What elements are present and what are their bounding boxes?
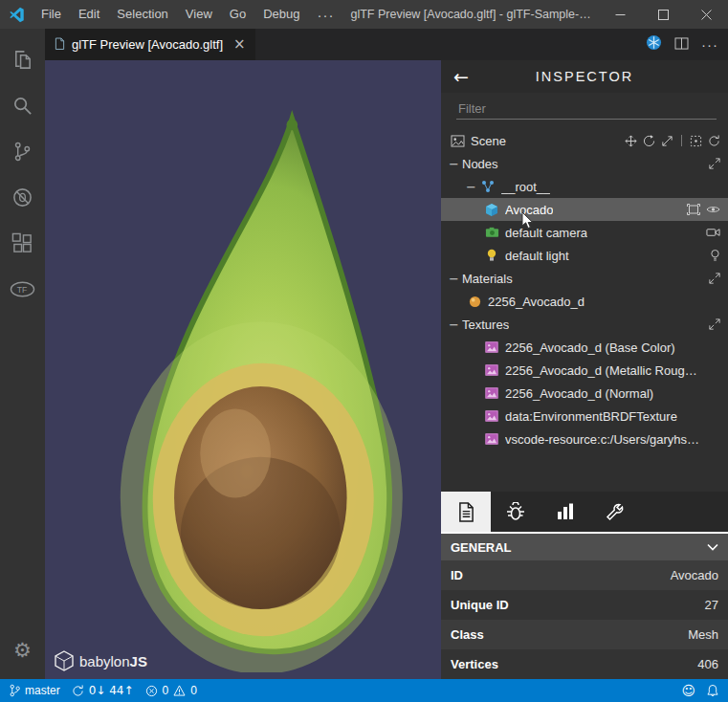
tree-label: Scene [471,134,506,148]
light-node-icon [483,249,500,262]
window-title: glTF Preview [Avocado.gltf] - glTF-Sampl… [342,8,599,21]
feedback-smiley-icon[interactable]: ☺ [681,683,695,698]
tree-row-material-avocado[interactable]: 2256_Avocado_d [441,290,728,313]
tree-label: default light [505,249,569,263]
collapse-icon[interactable]: − [466,180,479,194]
bar-chart-icon [556,503,575,520]
filter-input[interactable] [456,99,717,120]
git-branch-item[interactable]: master [10,684,60,697]
tree-row-texture-normal[interactable]: 2256_Avocado_d (Normal) [441,382,728,405]
tree-label: 2256_Avocado_d (Metallic Roug… [505,363,697,378]
rotate-gizmo-icon[interactable] [643,135,655,147]
git-sync-item[interactable]: 0↓ 44↑ [72,684,134,697]
statistics-tab[interactable] [540,492,590,532]
mesh-cube-icon [483,203,500,217]
notifications-bell-icon[interactable] [707,684,718,697]
tree-row-texture-vscode-resource[interactable]: vscode-resource:c:/Users/garyhs… [441,428,728,450]
tab-label: glTF Preview [Avocado.gltf] [72,37,223,52]
maximize-button[interactable] [642,0,685,29]
menu-debug[interactable]: Debug [254,0,308,29]
expand-all-icon[interactable] [709,273,720,284]
picker-icon[interactable] [690,135,702,147]
error-icon [145,685,158,697]
menu-selection[interactable]: Selection [108,0,176,29]
tree-row-textures[interactable]: − Textures [441,313,728,336]
texture-icon [483,387,500,399]
general-section-header[interactable]: GENERAL [441,534,728,560]
inspector-title: INSPECTOR [481,69,688,84]
gltf-preview-viewport[interactable]: babylonJS [45,60,441,679]
close-button[interactable] [685,0,728,29]
video-camera-icon[interactable] [706,228,720,237]
inspector-header: ← INSPECTOR [441,60,728,93]
tree-row-texture-metallic[interactable]: 2256_Avocado_d (Metallic Roug… [441,359,728,382]
branch-name: master [25,684,60,697]
property-label: Unique ID [451,598,509,612]
expand-all-icon[interactable] [709,318,720,330]
tools-tab[interactable] [590,492,640,532]
wrench-icon [606,502,625,521]
menu-overflow[interactable]: ··· [308,8,342,22]
inspector-pane-tabs [441,492,728,534]
properties-tab[interactable] [441,492,491,532]
search-icon[interactable] [0,82,45,128]
bounding-box-icon[interactable] [687,204,700,215]
property-label: Class [451,627,484,642]
tree-row-default-camera[interactable]: default camera [441,221,728,244]
warning-icon [173,685,186,696]
babylon-inspector-toggle-icon[interactable] [646,34,662,55]
tree-label: Materials [462,272,513,286]
refresh-icon[interactable] [708,135,720,147]
scale-gizmo-icon[interactable] [661,135,673,147]
tree-row-nodes[interactable]: − Nodes [441,152,728,175]
collapse-icon[interactable]: − [449,157,462,171]
property-row-class: Class Mesh [441,620,728,649]
tree-row-texture-base-color[interactable]: 2256_Avocado_d (Base Color) [441,336,728,359]
extensions-icon[interactable] [0,220,45,266]
tree-row-scene[interactable]: Scene [441,129,728,152]
explorer-icon[interactable] [0,36,45,82]
property-row-id: ID Avocado [441,560,728,590]
menu-file[interactable]: File [33,0,70,29]
minimize-button[interactable] [599,0,642,29]
texture-icon [483,364,500,376]
tree-row-texture-brdf[interactable]: data:EnvironmentBRDFTexture [441,405,728,428]
collapse-icon[interactable]: − [449,272,462,286]
tree-row-avocado[interactable]: Avocado [441,198,728,221]
collapse-icon[interactable]: − [449,318,462,332]
source-control-icon[interactable] [0,128,45,174]
title-bar: File Edit Selection View Go Debug ··· gl… [0,0,728,29]
gltf-tools-icon[interactable]: TF [0,266,45,312]
expand-all-icon[interactable] [709,158,720,169]
babylon-logo-text: babylonJS [79,653,147,669]
toolbar-separator [681,135,682,146]
tree-label: __root__ [501,180,550,194]
tab-close-icon[interactable]: × [233,37,246,52]
settings-gear-icon[interactable]: ⚙ [0,627,45,673]
status-bar: master 0↓ 44↑ 0 0 ☺ [0,679,728,702]
tree-row-materials[interactable]: − Materials [441,267,728,290]
tab-gltf-preview[interactable]: glTF Preview [Avocado.gltf] × [45,29,255,60]
menu-view[interactable]: View [177,0,221,29]
properties-list: ID Avocado Unique ID 27 Class Mesh Ver [441,560,728,679]
problems-item[interactable]: 0 0 [145,684,197,697]
menu-go[interactable]: Go [221,0,254,29]
split-editor-icon[interactable] [674,36,689,54]
back-arrow-icon[interactable]: ← [441,66,481,87]
sync-counts: 0↓ 44↑ [89,684,134,697]
property-label: ID [451,568,463,582]
tree-row-default-light[interactable]: default light [441,244,728,267]
tree-row-root[interactable]: − __root__ [441,175,728,198]
lightbulb-icon[interactable] [710,249,720,262]
debug-pane-tab[interactable] [491,492,540,532]
tab-bar: glTF Preview [Avocado.gltf] × ··· [45,29,728,60]
menu-edit[interactable]: Edit [70,0,108,29]
visibility-eye-icon[interactable] [706,205,720,214]
tree-label: Nodes [462,157,498,171]
branch-icon [10,684,20,697]
document-icon [458,502,474,522]
section-title: GENERAL [451,540,512,555]
debug-icon[interactable] [0,174,45,220]
more-actions-icon[interactable]: ··· [701,37,718,52]
translate-gizmo-icon[interactable] [625,135,637,147]
